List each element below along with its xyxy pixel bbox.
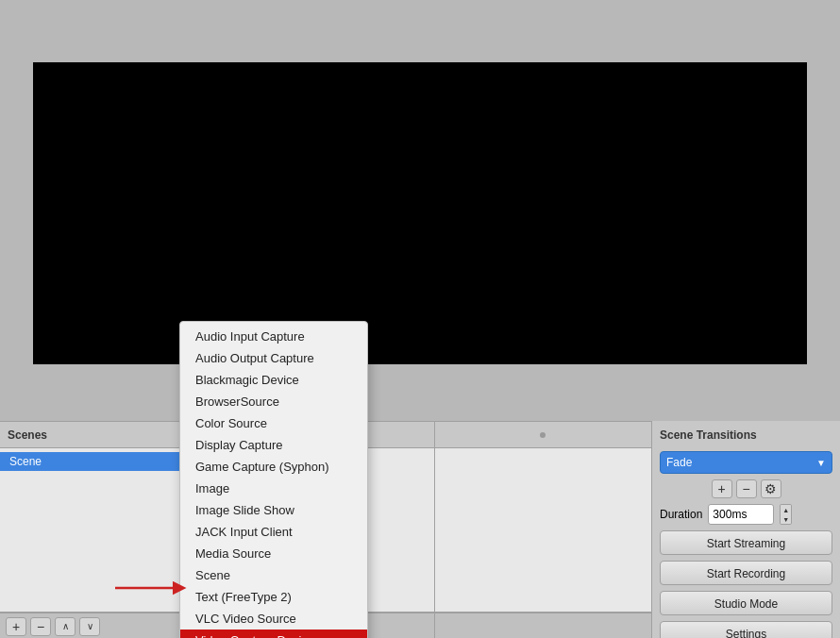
separator-dot bbox=[540, 432, 546, 438]
dropdown-item[interactable]: Image Slide Show bbox=[180, 499, 367, 521]
dropdown-item[interactable]: VLC Video Source bbox=[180, 608, 367, 630]
scenes-down-button[interactable]: ∨ bbox=[79, 617, 100, 636]
lower-section: Scenes S ⚙ Scene bbox=[0, 421, 840, 638]
mixer-panel bbox=[435, 448, 651, 612]
arrow-indicator bbox=[115, 579, 191, 600]
preview-area bbox=[0, 0, 840, 421]
mixer-footer bbox=[435, 613, 651, 638]
dropdown-item[interactable]: Image bbox=[180, 478, 367, 499]
studio-mode-button[interactable]: Studio Mode bbox=[660, 591, 832, 615]
transition-remove-button[interactable]: − bbox=[736, 479, 757, 498]
duration-down-button[interactable]: ▼ bbox=[781, 514, 791, 524]
dropdown-item[interactable]: Game Capture (Syphon) bbox=[180, 456, 367, 478]
right-panel: Scene Transitions Fade ▼ + − ⚙ Duration … bbox=[651, 421, 840, 638]
context-menu: Audio Input CaptureAudio Output CaptureB… bbox=[179, 321, 368, 638]
transition-add-button[interactable]: + bbox=[712, 479, 732, 498]
chevron-down-icon: ▼ bbox=[816, 458, 826, 468]
transition-row: Fade ▼ bbox=[660, 451, 832, 474]
start-recording-button[interactable]: Start Recording bbox=[660, 561, 832, 585]
dropdown-item[interactable]: Blackmagic Device bbox=[180, 369, 367, 391]
scenes-remove-button[interactable]: − bbox=[30, 617, 51, 636]
duration-up-button[interactable]: ▲ bbox=[781, 505, 791, 514]
duration-spinner: ▲ ▼ bbox=[780, 504, 792, 525]
dropdown-item[interactable]: BrowserSource bbox=[180, 391, 367, 412]
dropdown-item[interactable]: Text (FreeType 2) bbox=[180, 586, 367, 608]
duration-row: Duration ▲ ▼ bbox=[660, 504, 832, 525]
scenes-up-button[interactable]: ∧ bbox=[55, 617, 76, 636]
duration-input[interactable] bbox=[708, 504, 774, 525]
settings-button[interactable]: Settings bbox=[660, 621, 832, 638]
scene-item-label: Scene bbox=[9, 455, 42, 468]
mixer-panel-header bbox=[435, 422, 651, 447]
transition-controls: + − ⚙ bbox=[660, 479, 832, 498]
dropdown-item[interactable]: Color Source bbox=[180, 412, 367, 434]
main-window: Scenes S ⚙ Scene bbox=[0, 0, 840, 638]
preview-canvas bbox=[33, 62, 807, 364]
dropdown-item[interactable]: JACK Input Client bbox=[180, 521, 367, 543]
scenes-label: Scenes bbox=[8, 428, 47, 442]
dropdown-item[interactable]: Video Capture Device bbox=[180, 630, 367, 638]
start-streaming-button[interactable]: Start Streaming bbox=[660, 530, 832, 555]
dropdown-item[interactable]: Scene bbox=[180, 564, 367, 586]
dropdown-item[interactable]: Audio Input Capture bbox=[180, 326, 367, 347]
mixer-content bbox=[435, 448, 651, 612]
duration-label: Duration bbox=[660, 508, 702, 521]
transition-selected-label: Fade bbox=[666, 456, 692, 469]
transition-gear-button[interactable]: ⚙ bbox=[761, 479, 781, 498]
transition-select[interactable]: Fade ▼ bbox=[660, 451, 832, 474]
scene-transitions-title: Scene Transitions bbox=[660, 428, 832, 442]
dropdown-item[interactable]: Media Source bbox=[180, 543, 367, 564]
dropdown-item[interactable]: Audio Output Capture bbox=[180, 347, 367, 369]
scenes-add-button[interactable]: + bbox=[6, 617, 26, 636]
dropdown-item[interactable]: Display Capture bbox=[180, 434, 367, 456]
